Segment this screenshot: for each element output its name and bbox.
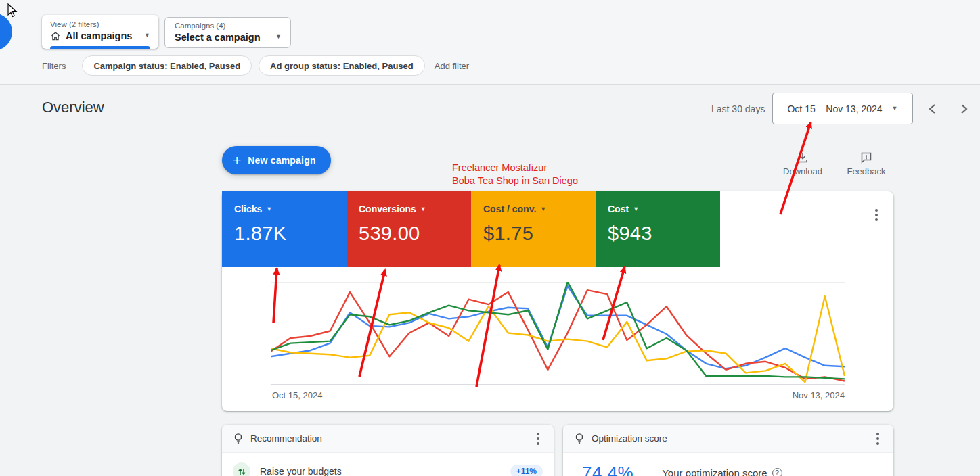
- budget-arrows-icon: [233, 462, 250, 476]
- campaign-selector-value: Select a campaign: [175, 32, 261, 43]
- date-range-value: Oct 15 – Nov 13, 2024: [787, 103, 882, 114]
- metric-card-clicks[interactable]: Clicks▼ 1.87K: [222, 191, 347, 267]
- recommendation-card-menu-button[interactable]: [532, 431, 544, 446]
- download-icon: [796, 151, 809, 164]
- lightbulb-icon: [233, 433, 244, 444]
- date-range-preset-label: Last 30 days: [711, 103, 765, 114]
- optimization-card-title: Optimization score: [592, 433, 667, 444]
- x-axis-start-label: Oct 15, 2024: [272, 390, 322, 400]
- home-icon: [50, 30, 61, 41]
- date-range-picker[interactable]: Oct 15 – Nov 13, 2024 ▼: [772, 93, 913, 124]
- metric-card-cost[interactable]: Cost▼ $943: [596, 191, 720, 267]
- feedback-icon: [860, 151, 873, 164]
- annotation-line-2: Boba Tea Shop in San Diego: [452, 174, 578, 187]
- overview-chart-card: Clicks▼ 1.87K Conversions▼ 539.00 Cost /…: [222, 191, 893, 411]
- lightbulb-icon: [574, 433, 585, 444]
- metric-label: Cost: [608, 204, 629, 214]
- view-selector-value: All campaigns: [66, 30, 132, 41]
- recommendation-card-title: Recommendation: [250, 433, 322, 444]
- recommendation-item[interactable]: Raise your budgets +11%: [222, 453, 554, 476]
- metric-label: Clicks: [234, 204, 262, 214]
- metric-value: $943: [608, 222, 720, 245]
- series-cost-conv-: [271, 296, 845, 382]
- chevron-down-icon: ▼: [144, 32, 150, 39]
- feedback-button[interactable]: Feedback: [843, 151, 890, 176]
- recommendation-card-header: Recommendation: [222, 425, 554, 453]
- recommendation-card: Recommendation Raise your budgets +11%: [222, 425, 554, 476]
- new-campaign-label: New campaign: [248, 155, 315, 166]
- optimization-card-menu-button[interactable]: [872, 431, 884, 446]
- recommendation-item-label: Raise your budgets: [260, 466, 342, 476]
- new-campaign-button[interactable]: + New campaign: [222, 146, 331, 174]
- optimization-score-card: Optimization score 74.4% Your optimizati…: [563, 425, 893, 476]
- chart-card-menu-button[interactable]: [870, 208, 883, 222]
- download-label: Download: [783, 166, 822, 176]
- view-selector[interactable]: View (2 filters) All campaigns ▼: [42, 15, 158, 49]
- annotation-line-1: Freelancer Mostafizur: [452, 162, 578, 174]
- active-tab-indicator: [50, 46, 150, 49]
- campaign-selector-label: Campaigns (4): [175, 22, 282, 30]
- filter-chip-campaign-status[interactable]: Campaign status: Enabled, Paused: [82, 55, 252, 76]
- chevron-down-icon: ▼: [633, 206, 639, 212]
- filters-row: Filters Campaign status: Enabled, Paused…: [42, 55, 469, 76]
- series-conversions: [271, 290, 845, 381]
- date-next-button[interactable]: [956, 101, 971, 116]
- page-title: Overview: [42, 99, 104, 116]
- help-icon[interactable]: ?: [772, 468, 782, 476]
- add-filter-button[interactable]: Add filter: [435, 61, 469, 71]
- filter-chip-adgroup-status[interactable]: Ad group status: Enabled, Paused: [259, 55, 425, 76]
- chevron-down-icon: ▼: [420, 206, 426, 212]
- performance-line-chart[interactable]: [271, 282, 845, 391]
- campaign-selector[interactable]: Campaigns (4) Select a campaign ▼: [164, 17, 291, 48]
- chevron-down-icon: ▼: [266, 206, 272, 212]
- uplift-badge: +11%: [510, 465, 543, 476]
- metric-value: 1.87K: [234, 222, 347, 245]
- metric-card-cost-per-conv[interactable]: Cost / conv.▼ $1.75: [471, 191, 596, 267]
- series-cost: [271, 282, 845, 379]
- optimization-card-header: Optimization score: [563, 425, 893, 453]
- plus-icon: +: [233, 153, 241, 167]
- metric-value: 539.00: [359, 222, 471, 245]
- metric-label: Conversions: [359, 204, 416, 214]
- metric-value: $1.75: [483, 222, 596, 245]
- annotation-text: Freelancer Mostafizur Boba Tea Shop in S…: [452, 162, 578, 187]
- metric-label: Cost / conv.: [483, 204, 536, 214]
- mouse-cursor: [7, 3, 20, 18]
- view-selector-label: View (2 filters): [50, 20, 150, 28]
- date-prev-button[interactable]: [925, 101, 939, 116]
- metric-card-conversions[interactable]: Conversions▼ 539.00: [347, 191, 471, 267]
- chevron-down-icon: ▼: [275, 34, 282, 40]
- metric-cards-row: Clicks▼ 1.87K Conversions▼ 539.00 Cost /…: [222, 191, 720, 267]
- chevron-down-icon: ▼: [892, 105, 898, 112]
- optimization-score-caption: Your optimization score ?: [662, 467, 782, 476]
- filters-label: Filters: [42, 61, 66, 71]
- feedback-label: Feedback: [847, 166, 885, 176]
- chevron-down-icon: ▼: [540, 206, 546, 212]
- x-axis-end-label: Nov 13, 2024: [793, 390, 845, 400]
- download-button[interactable]: Download: [779, 151, 826, 176]
- optimization-score-value: 74.4%: [582, 462, 633, 476]
